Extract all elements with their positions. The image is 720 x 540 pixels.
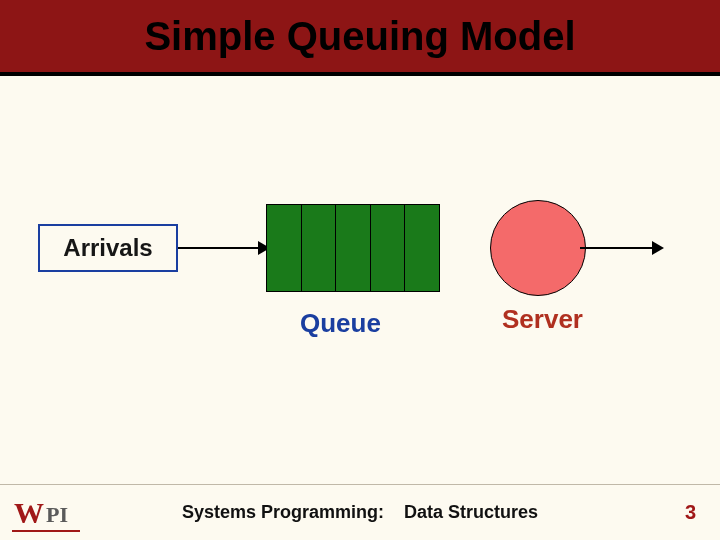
title-bar: Simple Queuing Model xyxy=(0,0,720,76)
arrowhead-icon xyxy=(652,241,664,255)
footer-course: Systems Programming: xyxy=(182,502,384,522)
arrivals-label: Arrivals xyxy=(63,234,152,262)
slide-footer: W PI Systems Programming: Data Structure… xyxy=(0,484,720,540)
queuing-diagram: Arrivals Queue Server xyxy=(0,200,720,330)
footer-text: Systems Programming: Data Structures xyxy=(0,502,720,523)
arrow-server-out xyxy=(580,247,656,249)
arrivals-box: Arrivals xyxy=(38,224,178,272)
queue-label: Queue xyxy=(300,308,381,339)
queue-slot xyxy=(405,205,439,291)
footer-topic: Data Structures xyxy=(404,502,538,522)
server-label: Server xyxy=(502,304,583,335)
queue-slot xyxy=(371,205,406,291)
server-circle xyxy=(490,200,586,296)
arrow-arrivals-to-queue xyxy=(178,247,262,249)
page-number: 3 xyxy=(685,501,696,524)
queue-slot xyxy=(302,205,337,291)
queue-box xyxy=(266,204,440,292)
queue-slot xyxy=(336,205,371,291)
queue-slot xyxy=(267,205,302,291)
logo-underline xyxy=(12,530,80,532)
slide-title: Simple Queuing Model xyxy=(144,14,575,59)
